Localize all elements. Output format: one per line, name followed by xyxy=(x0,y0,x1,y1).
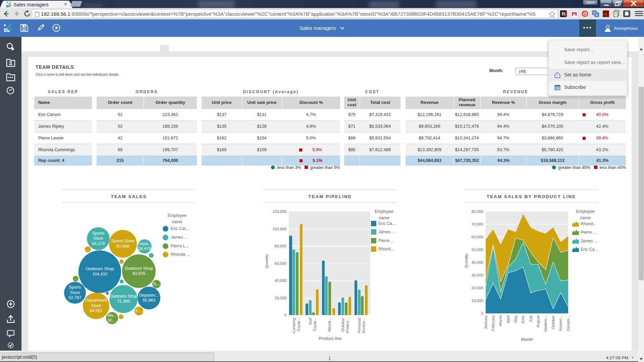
svg-text:★: ★ xyxy=(595,13,598,17)
